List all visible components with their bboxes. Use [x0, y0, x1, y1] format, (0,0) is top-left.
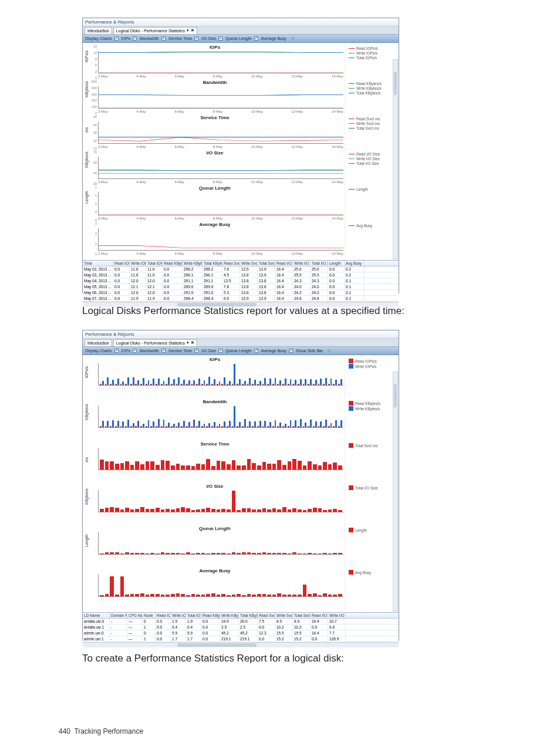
chart-title: Bandwidth — [85, 399, 345, 404]
ylabel-iops: IOPs/s — [85, 50, 89, 62]
column-header[interactable]: Total Svct ms — [258, 261, 275, 266]
column-header[interactable]: Read Svct ms — [222, 261, 240, 266]
chart-area: IOPs IOPs/s 02581012 2-May4-May6-May8-Ma… — [83, 43, 399, 260]
vertical-scrollbar[interactable] — [393, 372, 398, 612]
column-header[interactable]: Total I/O Size — [311, 261, 328, 266]
checkbox-service-time[interactable] — [161, 36, 166, 40]
checkbox-show-sidebar[interactable] — [289, 349, 293, 353]
checkbox-iops[interactable] — [114, 36, 119, 40]
section-title: Tracking Performance — [74, 727, 143, 735]
checkbox-bandwidth[interactable] — [133, 349, 137, 353]
legend-iops: Read IOPs/s Write IOPs/s Total IOPs/s — [345, 45, 396, 80]
column-header[interactable]: Read IOPs/s — [156, 613, 171, 618]
column-header[interactable]: Write I/O Size — [328, 613, 346, 618]
column-header[interactable]: Write Svct ms — [275, 613, 293, 618]
table-row[interactable]: May 03, 2013 ...0.011.611.60.0296.1296.1… — [83, 272, 399, 278]
window-title: Performance & Reports — [85, 19, 134, 25]
vertical-scrollbar[interactable] — [393, 59, 398, 259]
table-row[interactable]: ardata.usr.0-—00.01.91.90.019.920.07.58.… — [83, 619, 399, 625]
column-header[interactable]: Write KBytes/s — [183, 261, 203, 266]
checkbox-io-size[interactable] — [194, 349, 198, 353]
column-header[interactable]: Total IOPs/s — [186, 613, 201, 618]
display-charts-label: Display Charts — [85, 36, 112, 40]
chart-title: Service Time — [85, 441, 345, 447]
column-header[interactable]: Time — [83, 261, 113, 266]
column-header[interactable]: Write IOPs/s — [130, 261, 146, 266]
checkbox-queue-length[interactable] — [218, 36, 222, 40]
tab-logical-disks-stats[interactable]: Logical Disks - Performance Statistics▾✕ — [113, 339, 197, 346]
column-header[interactable]: Length — [328, 261, 345, 266]
close-icon[interactable]: ✕ — [191, 340, 194, 345]
tab-introduction[interactable]: Introduction — [85, 339, 112, 346]
checkbox-avg-busy[interactable] — [254, 349, 258, 353]
column-header[interactable]: Total Svct ms — [293, 613, 311, 618]
ylabel-bw: KBytes/s — [85, 81, 89, 97]
table-row[interactable]: May 06, 2013 ...0.012.012.00.0291.0291.0… — [83, 290, 399, 296]
column-header[interactable]: Read KBytes/s — [201, 613, 220, 618]
checkbox-avg-busy[interactable] — [254, 36, 258, 40]
chart-title: Queue Length — [85, 526, 345, 531]
refresh-icon[interactable]: ⟳ — [328, 349, 331, 353]
iops-plot — [99, 51, 343, 73]
chart-title-bw: Bandwidth — [85, 80, 345, 85]
chart-title: Average Busy — [85, 568, 345, 573]
tab-logical-disks-stats[interactable]: Logical Disks - Performance Statistics▾✕ — [113, 27, 197, 34]
grid-header: TimeRead IOPs/sWrite IOPs/sTotal IOPs/sR… — [83, 261, 399, 266]
column-header[interactable]: Read KBytes/s — [163, 261, 183, 266]
window-titlebar: Performance & Reports — [83, 18, 399, 26]
close-icon[interactable]: ✕ — [191, 28, 194, 33]
table-row[interactable]: admin.usr.0-—00.05.95.90.045.245.212.315… — [83, 630, 399, 636]
chart-title: IOPs — [85, 357, 345, 362]
horizontal-scrollbar[interactable] — [83, 642, 399, 647]
checkbox-iops[interactable] — [114, 349, 119, 353]
column-header[interactable]: Node — [143, 613, 156, 618]
data-grid-2[interactable]: LD NameDomain NameCPG NameNodeRead IOPs/… — [83, 612, 399, 647]
column-header[interactable]: Write KBytes/s — [220, 613, 239, 618]
column-header[interactable]: Read IOPs/s — [113, 261, 130, 266]
caption-1: Logical Disks Performance Statistics rep… — [82, 305, 501, 317]
column-header[interactable]: Domain Name — [110, 613, 127, 618]
screenshot-2: Performance & Reports Introduction Logic… — [82, 330, 399, 641]
column-header[interactable]: Write I/O Size — [293, 261, 311, 266]
column-header[interactable]: Total KBytes/s — [203, 261, 222, 266]
column-header[interactable]: Read Svct ms — [258, 613, 275, 618]
column-header[interactable]: CPG Name — [127, 613, 143, 618]
column-header[interactable]: LD Name — [83, 613, 110, 618]
table-row[interactable]: May 07, 2013 ...0.011.911.90.0298.4298.4… — [83, 296, 399, 302]
checkbox-service-time[interactable] — [161, 349, 166, 353]
table-row[interactable]: ardata.usr.1-—10.00.40.40.02.52.50.010.2… — [83, 625, 399, 630]
column-header[interactable]: Write Svct ms — [240, 261, 258, 266]
horizontal-scrollbar[interactable] — [83, 302, 399, 307]
tab-bar: Introduction Logical Disks - Performance… — [83, 26, 399, 35]
checkbox-io-size[interactable] — [194, 36, 198, 40]
column-header[interactable]: Write IOPs/s — [171, 613, 186, 618]
column-header[interactable]: Total IOPs/s — [146, 261, 163, 266]
page-number: 440 — [59, 727, 70, 735]
checkbox-queue-length[interactable] — [218, 349, 222, 353]
table-row[interactable]: May 04, 2013 ...0.012.012.00.0291.1291.1… — [83, 278, 399, 284]
chart-title-iops: IOPs — [85, 45, 345, 50]
chart-title: I/O Size — [85, 484, 345, 489]
data-grid-1[interactable]: TimeRead IOPs/sWrite IOPs/sTotal IOPs/sR… — [83, 260, 399, 307]
caption-2: To create a Performance Statistics Repor… — [82, 653, 501, 664]
checkbox-bandwidth[interactable] — [133, 36, 137, 40]
column-header[interactable]: Avg Busy — [345, 261, 365, 266]
screenshot-1: Performance & Reports Introduction Logic… — [82, 18, 399, 293]
chart-toolbar: Display Charts IOPs Bandwidth Service Ti… — [83, 35, 399, 43]
column-header[interactable]: Total KBytes/s — [239, 613, 258, 618]
column-header[interactable]: Read I/O Size — [275, 261, 293, 266]
page-footer: 440 Tracking Performance — [59, 727, 143, 735]
refresh-icon[interactable]: ⟳ — [291, 36, 295, 41]
table-row[interactable]: May 02, 2013 ...0.011.611.60.0298.2298.2… — [83, 266, 399, 272]
column-header[interactable]: Read I/O Size — [311, 613, 328, 618]
table-row[interactable]: admin.usr.1-—10.01.71.70.0219.1219.10.01… — [83, 636, 399, 642]
tab-introduction[interactable]: Introduction — [85, 27, 112, 34]
table-row[interactable]: May 05, 2013 ...0.012.112.10.0289.0289.0… — [83, 284, 399, 290]
